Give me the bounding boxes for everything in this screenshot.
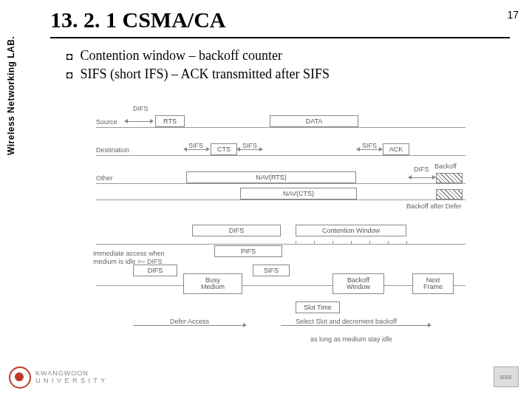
arrow-difs-2 bbox=[411, 177, 433, 178]
row-label-source: Source bbox=[96, 118, 117, 126]
box-difs-3: DIFS bbox=[133, 265, 177, 276]
arrow-select bbox=[281, 325, 429, 326]
timeline-access bbox=[96, 244, 466, 245]
slide: Wireless Networking LAB. 17 13. 2. 1 CSM… bbox=[0, 0, 532, 399]
box-backoff-window: Backoff Window bbox=[332, 273, 384, 294]
box-sifs-bar: SIFS bbox=[253, 265, 290, 276]
label-medium: Medium bbox=[201, 284, 225, 290]
brand-sub: U N I V E R S I T Y bbox=[35, 378, 106, 385]
hatch-backoff-1 bbox=[436, 173, 463, 183]
kwangwoon-logo-icon bbox=[9, 366, 31, 389]
label-bw2: Window bbox=[347, 284, 370, 290]
university-brand: KWANGWOON U N I V E R S I T Y bbox=[9, 366, 106, 389]
label-sifs-3: SIFS bbox=[362, 142, 377, 149]
timeline-other bbox=[96, 183, 466, 184]
box-pifs: PIFS bbox=[214, 245, 282, 257]
label-next2: Frame bbox=[423, 284, 443, 290]
label-sifs-1: SIFS bbox=[188, 142, 203, 149]
arrow-sifs-3 bbox=[359, 149, 380, 150]
title-rule bbox=[50, 37, 510, 38]
bullet-item: SIFS (short IFS) – ACK transmitted after… bbox=[66, 66, 502, 82]
label-backoff-defer: Backoff after Defer bbox=[406, 202, 462, 210]
ieee-logo-icon: IEEE bbox=[494, 366, 519, 387]
box-difs-big: DIFS bbox=[192, 225, 281, 236]
box-cw: Contention Window bbox=[296, 225, 406, 236]
label-difs-2: DIFS bbox=[414, 166, 429, 173]
bullet-list: Contention window – backoff counter SIFS… bbox=[66, 48, 502, 85]
box-ack: ACK bbox=[383, 143, 409, 155]
slide-title: 13. 2. 1 CSMA/CA bbox=[50, 7, 510, 33]
label-select: Select Slot and decrement backoff bbox=[296, 318, 397, 325]
label-immediate-1: Immediate access when bbox=[93, 250, 165, 257]
arrow-sifs-1 bbox=[186, 149, 207, 150]
timeline-other-2 bbox=[96, 200, 466, 200]
bullet-item: Contention window – backoff counter bbox=[66, 48, 502, 64]
label-backoff: Backoff bbox=[434, 163, 457, 170]
box-next-frame: Next Frame bbox=[412, 273, 454, 294]
label-difs: DIFS bbox=[133, 105, 149, 112]
timeline-destination bbox=[96, 155, 466, 156]
row-label-other: Other bbox=[96, 174, 113, 182]
label-sifs-2: SIFS bbox=[242, 142, 257, 149]
label-aslong: as long as medium stay idle bbox=[310, 335, 392, 343]
label-defer: Defer Access bbox=[170, 318, 209, 325]
arrow-defer bbox=[133, 325, 244, 326]
box-slot-time: Slot Time bbox=[296, 301, 340, 313]
box-nav-rts: NAV(RTS) bbox=[186, 171, 356, 183]
timeline-source bbox=[96, 127, 466, 128]
box-data: DATA bbox=[270, 115, 358, 127]
box-rts: RTS bbox=[155, 115, 185, 127]
row-label-destination: Destination bbox=[96, 146, 129, 154]
brand-text: KWANGWOON U N I V E R S I T Y bbox=[35, 370, 106, 385]
box-nav-cts: NAV(CTS) bbox=[240, 188, 357, 200]
box-busy-medium: Busy Medium bbox=[183, 273, 242, 294]
box-cts: CTS bbox=[211, 143, 237, 155]
title-block: 13. 2. 1 CSMA/CA bbox=[50, 7, 510, 38]
lab-label: Wireless Networking LAB. bbox=[6, 36, 16, 155]
hatch-backoff-2 bbox=[436, 189, 463, 200]
arrow-difs bbox=[127, 121, 151, 122]
arrow-sifs-2 bbox=[239, 149, 260, 150]
csma-diagram: Source DIFS RTS DATA Destination SIFS CT… bbox=[59, 103, 488, 355]
timeline-bottom bbox=[96, 285, 466, 286]
